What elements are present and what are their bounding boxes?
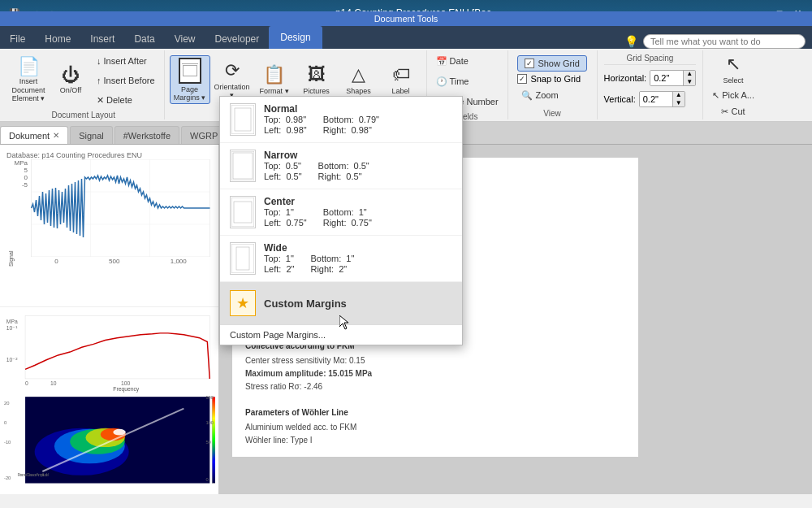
bottom-label-normal: Bottom: xyxy=(323,115,354,124)
collective-text: Center stress sensitivity Mα: 0.15 Maxim… xyxy=(245,354,625,393)
vertical-spinner[interactable]: ▲ ▼ xyxy=(639,91,685,107)
tab-design[interactable]: Design xyxy=(269,26,322,49)
dropdown-col-left-narrow: Top:0.5" Left:0.5" xyxy=(264,161,302,181)
bottom-label-wide: Bottom: xyxy=(310,254,341,263)
doc-tab-werkstoffe[interactable]: #Werkstoffe xyxy=(114,126,179,144)
bottom-label-narrow: Bottom: xyxy=(318,161,349,171)
ribbon-group-grid-spacing: Grid Spacing Horizontal: ▲ ▼ Vertical: ▲ xyxy=(598,50,704,119)
dropdown-info-normal: Normal Top:0.98" Left:0.98" Bottom:0.79"… xyxy=(264,103,452,135)
dropdown-name-wide: Wide xyxy=(264,242,452,254)
time-button[interactable]: 🕐 Time xyxy=(432,72,503,90)
right-val-wide: 2" xyxy=(339,264,347,274)
tab-file[interactable]: File xyxy=(0,29,35,49)
dropdown-item-custom-margins[interactable]: ★ Custom Margins xyxy=(220,282,462,324)
show-grid-checkbox[interactable] xyxy=(525,59,534,68)
dropdown-name-center: Center xyxy=(264,196,452,207)
snap-to-grid-checkbox[interactable] xyxy=(517,74,527,84)
svg-text:500: 500 xyxy=(205,395,214,400)
insert-document-element-button[interactable]: 📄 Insert DocumentElement ▾ xyxy=(8,56,49,105)
select-button[interactable]: ↖ Select xyxy=(713,52,754,86)
horizontal-arrows: ▲ ▼ xyxy=(683,70,695,86)
dropdown-item-center[interactable]: Center Top:1" Left:0.75" Bottom:1" Right… xyxy=(220,189,462,236)
doc-tab-signal[interactable]: Signal xyxy=(70,126,113,144)
custom-margins-label: Custom Margins xyxy=(264,297,347,310)
top-label-center: Top: xyxy=(264,207,281,217)
svg-text:Frequency: Frequency xyxy=(113,386,140,393)
ribbon-group-document-layout: 📄 Insert DocumentElement ▾ ⏻ On/Off ↓ In… xyxy=(3,50,165,119)
select-icon: ↖ xyxy=(726,54,741,75)
svg-text:MPa: MPa xyxy=(6,319,18,324)
right-label-narrow: Right: xyxy=(318,172,342,181)
dropdown-item-normal[interactable]: Normal Top:0.98" Left:0.98" Bottom:0.79"… xyxy=(220,97,462,143)
zoom-button[interactable]: 🔍 Zoom xyxy=(517,86,586,104)
dropdown-item-wide[interactable]: Wide Top:1" Left:2" Bottom:1" Right:2" xyxy=(220,236,462,282)
dropdown-footer-custom-page[interactable]: Custom Page Margins... xyxy=(220,325,462,345)
on-off-icon: ⏻ xyxy=(62,67,80,85)
page-margins-label: PageMargins ▾ xyxy=(174,85,206,102)
cut-button[interactable]: ✂ Cut xyxy=(717,105,749,119)
horizontal-down-arrow[interactable]: ▼ xyxy=(684,78,695,86)
dropdown-detail-wide: Top:1" Left:2" Bottom:1" Right:2" xyxy=(264,254,452,274)
svg-text:10⁻¹: 10⁻¹ xyxy=(6,325,19,331)
tab-view[interactable]: View xyxy=(165,29,205,49)
show-grid-button[interactable]: Show Grid xyxy=(517,55,586,72)
chart-area-2: MPa 10⁻¹ 10⁻² 0 10 100 Frequency xyxy=(0,307,218,494)
doc-tab-signal-label: Signal xyxy=(79,131,104,141)
chart1-signal-label: Signal xyxy=(8,161,14,267)
svg-rect-26 xyxy=(212,397,215,483)
dropdown-detail-narrow: Top:0.5" Left:0.5" Bottom:0.5" Right:0.5… xyxy=(264,161,452,181)
tab-home[interactable]: Home xyxy=(35,29,80,49)
vertical-down-arrow[interactable]: ▼ xyxy=(673,99,685,107)
horizontal-input[interactable] xyxy=(650,71,683,85)
dropdown-info-wide: Wide Top:1" Left:2" Bottom:1" Right:2" xyxy=(264,242,452,274)
pick-a-button[interactable]: ↖ Pick A... xyxy=(708,89,758,102)
svg-text:0: 0 xyxy=(205,477,208,482)
horizontal-spinner[interactable]: ▲ ▼ xyxy=(650,70,696,86)
on-off-button[interactable]: ⏻ On/Off xyxy=(50,56,91,105)
svg-text:100: 100 xyxy=(205,420,214,425)
dropdown-item-narrow[interactable]: Narrow Top:0.5" Left:0.5" Bottom:0.5" Ri… xyxy=(220,143,462,189)
vertical-input[interactable] xyxy=(640,92,672,106)
right-val-center: 0.75" xyxy=(351,218,371,228)
right-label-normal: Right: xyxy=(323,125,347,135)
tab-developer[interactable]: Developer xyxy=(205,29,270,49)
date-button[interactable]: 📅 Date xyxy=(432,52,503,70)
insert-after-button[interactable]: ↓ Insert After xyxy=(93,52,159,70)
tab-data[interactable]: Data xyxy=(124,29,164,49)
ribbon-group-tools: ↖ Select ↖ Pick A... ✂ Cut xyxy=(703,50,763,119)
view-buttons: Show Grid Snap to Grid 🔍 Zoom xyxy=(517,52,586,107)
doc-tab-werkstoffe-label: #Werkstoffe xyxy=(123,131,171,141)
horizontal-label: Horizontal: xyxy=(604,73,647,83)
insert-doc-element-icon: 📄 xyxy=(18,58,40,76)
bottom-val-normal: 0.79" xyxy=(359,115,379,124)
delete-button[interactable]: ✕ Delete xyxy=(93,91,159,109)
svg-rect-36 xyxy=(231,198,254,227)
svg-text:0: 0 xyxy=(25,380,28,386)
tab-insert[interactable]: Insert xyxy=(80,29,124,49)
horizontal-up-arrow[interactable]: ▲ xyxy=(684,70,695,78)
bottom-val-wide: 1" xyxy=(346,254,354,263)
orientation-icon: ⟳ xyxy=(225,60,240,81)
custom-star-icon: ★ xyxy=(230,290,256,316)
vertical-up-arrow[interactable]: ▲ xyxy=(673,91,685,99)
insert-doc-element-label: Insert DocumentElement ▾ xyxy=(10,77,47,103)
dropdown-info-center: Center Top:1" Left:0.75" Bottom:1" Right… xyxy=(264,196,452,228)
svg-text:10⁻²: 10⁻² xyxy=(6,357,19,363)
insert-before-button[interactable]: ↑ Insert Before xyxy=(93,72,159,89)
svg-text:50: 50 xyxy=(205,440,210,445)
vertical-label: Vertical: xyxy=(604,94,636,104)
chart2-svg: MPa 10⁻¹ 10⁻² 0 10 100 Frequency xyxy=(3,310,215,491)
page-margins-dropdown: Normal Top:0.98" Left:0.98" Bottom:0.79"… xyxy=(219,96,463,345)
doc-tab-dokument-close[interactable]: ✕ xyxy=(53,131,59,140)
doc-tab-wgrp-label: WGRP xyxy=(190,131,218,141)
tell-me-input[interactable] xyxy=(643,34,806,49)
right-val-normal: 0.98" xyxy=(351,125,371,135)
doc-tab-dokument[interactable]: Dokument ✕ xyxy=(0,126,68,144)
left-label-narrow: Left: xyxy=(264,172,281,181)
svg-text:-10: -10 xyxy=(4,440,11,445)
page-margins-button[interactable]: PageMargins ▾ xyxy=(170,55,210,104)
dropdown-icon-narrow xyxy=(230,150,256,182)
right-val-narrow: 0.5" xyxy=(346,172,361,181)
left-panel: Database: p14 Counting Procedures ENU MP… xyxy=(0,145,219,494)
right-label-center: Right: xyxy=(323,218,347,228)
